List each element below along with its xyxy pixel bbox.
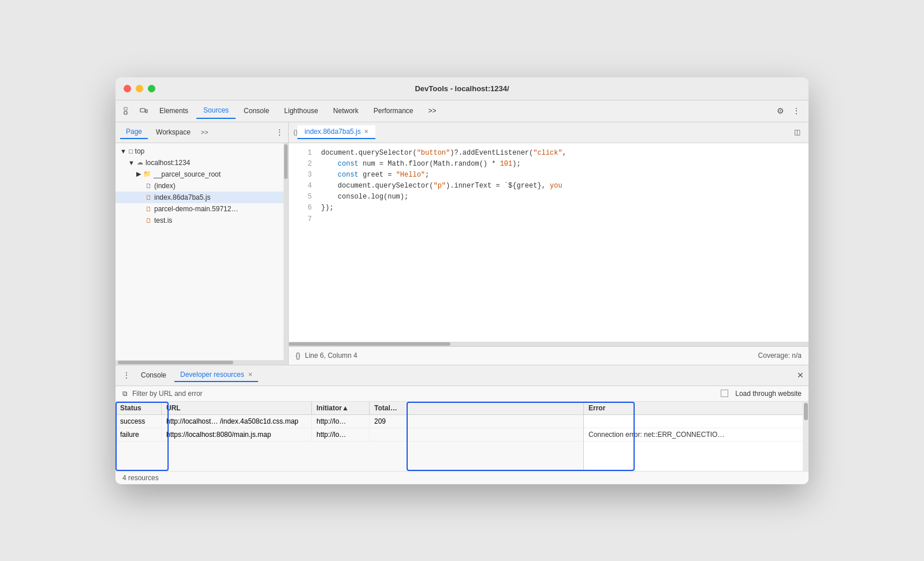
td-status-2: failure	[116, 428, 162, 441]
file-tree: ▼ □ top ▼ ☁ localhost:1234 ▶	[116, 143, 284, 360]
load-through-website-checkbox[interactable]	[721, 390, 728, 397]
th-status: Status	[116, 402, 162, 414]
code-line-1: 1 document.querySelector("button")?.addE…	[289, 148, 808, 159]
bottom-tab-bar: ⋮ Console Developer resources × ✕	[116, 365, 808, 386]
code-format-icon[interactable]: {}	[293, 129, 297, 136]
code-line-2: 2 const num = Math.floor(Math.random() *…	[289, 159, 808, 170]
left-panel-scrollbar[interactable]	[284, 143, 288, 360]
tree-item-parcel-main[interactable]: 🗋 parcel-demo-main.59712…	[116, 203, 284, 215]
tab-sources[interactable]: Sources	[196, 103, 236, 119]
tab-dev-resources-close[interactable]: ×	[248, 371, 252, 379]
code-line-4: 4 document.querySelector("p").innerText …	[289, 181, 808, 192]
left-panel-hscrollbar-thumb[interactable]	[118, 361, 233, 364]
close-button[interactable]	[124, 85, 131, 92]
table-row-1[interactable]: success http://localhost… /index.4a508c1…	[116, 415, 583, 428]
left-panel-scrollbar-thumb[interactable]	[284, 144, 288, 179]
td-initiator-2: http://lo…	[312, 428, 370, 441]
line-num-7: 7	[296, 214, 312, 225]
bottom-menu-icon[interactable]: ⋮	[120, 368, 133, 382]
resources-scrollbar[interactable]	[803, 402, 808, 471]
left-panel-hscrollbar[interactable]	[116, 360, 288, 365]
inspect-icon[interactable]	[120, 103, 135, 118]
error-panel: Error Connection error: net::ERR_CONNECT…	[583, 402, 803, 471]
resources-wrapper: Status URL Initiator▲ Total… success htt…	[116, 402, 808, 471]
bottom-footer: 4 resources	[116, 471, 808, 484]
code-area[interactable]: 1 document.querySelector("button")?.addE…	[289, 143, 808, 342]
tab-workspace[interactable]: Workspace	[150, 126, 196, 139]
line-num-5: 5	[296, 192, 312, 203]
tree-item-index[interactable]: 🗋 (index)	[116, 180, 284, 192]
devtools-window: DevTools - localhost:1234/ Elements Sour…	[116, 77, 808, 484]
left-panel-menu[interactable]: ⋮	[275, 128, 284, 137]
line-num-2: 2	[296, 159, 312, 170]
line-content-6: });	[321, 203, 802, 214]
more-options-icon[interactable]: ⋮	[789, 103, 804, 118]
tab-dev-resources[interactable]: Developer resources ×	[174, 368, 258, 382]
filter-bar: ⧉ Filter by URL and error Load through w…	[116, 386, 808, 402]
tab-performance[interactable]: Performance	[367, 103, 420, 118]
line-content-1: document.querySelector("button")?.addEve…	[321, 148, 802, 159]
th-url: URL	[162, 402, 312, 414]
line-content-4: document.querySelector("p").innerText = …	[321, 181, 802, 192]
tree-item-testis[interactable]: 🗋 test.is	[116, 215, 284, 226]
td-url-1: http://localhost… /index.4a508c1d.css.ma…	[162, 415, 312, 428]
svg-rect-3	[146, 110, 147, 113]
minimize-button[interactable]	[136, 85, 143, 92]
folder-top-icon: □	[129, 148, 133, 155]
table-row-2[interactable]: failure https://localhost:8080/main.js.m…	[116, 428, 583, 442]
td-initiator-1: http://lo…	[312, 415, 370, 428]
code-position: Line 6, Column 4	[305, 351, 357, 360]
tab-console-bottom[interactable]: Console	[135, 369, 172, 382]
resources-table: Status URL Initiator▲ Total… success htt…	[116, 402, 583, 471]
folder-icon: 📁	[143, 170, 151, 178]
file-icon-index: 🗋	[146, 182, 152, 189]
maximize-button[interactable]	[148, 85, 155, 92]
error-row-1	[584, 415, 803, 428]
code-panel-toggle[interactable]: ◫	[790, 125, 804, 139]
status-bar: {} Line 6, Column 4 Coverage: n/a	[289, 346, 808, 365]
td-total-2	[370, 428, 398, 441]
tree-item-localhost[interactable]: ▼ ☁ localhost:1234	[116, 157, 284, 169]
tree-item-index-js[interactable]: 🗋 index.86da7ba5.js	[116, 192, 284, 203]
error-row-2: Connection error: net::ERR_CONNECTIO…	[584, 428, 803, 442]
resources-scrollbar-thumb[interactable]	[804, 403, 808, 420]
svg-rect-2	[140, 109, 145, 112]
tab-elements[interactable]: Elements	[152, 103, 195, 118]
th-total: Total…	[370, 402, 398, 414]
file-icon-parcel: 🗋	[146, 205, 152, 212]
tab-lighthouse[interactable]: Lighthouse	[277, 103, 325, 118]
tab-network[interactable]: Network	[326, 103, 366, 118]
tab-console[interactable]: Console	[237, 103, 276, 118]
settings-icon[interactable]: ⚙	[773, 103, 788, 118]
filter-icon: ⧉	[122, 390, 128, 398]
resource-count: 4 resources	[122, 474, 159, 482]
left-panel-tabs: Page Workspace >> ⋮	[116, 122, 288, 143]
filter-placeholder: Filter by URL and error	[132, 390, 203, 398]
arrow-right-icon: ▶	[136, 170, 141, 178]
tab-more[interactable]: >>	[422, 103, 444, 118]
tab-page[interactable]: Page	[120, 125, 148, 139]
code-hscrollbar[interactable]	[289, 342, 808, 346]
td-total-1: 209	[370, 415, 398, 428]
svg-rect-0	[124, 107, 127, 110]
code-line-7: 7	[289, 214, 808, 225]
code-tab-active[interactable]: index.86da7ba5.js ×	[297, 125, 375, 139]
window-controls	[124, 85, 155, 92]
code-tab-close[interactable]: ×	[364, 128, 368, 136]
code-panel: {} index.86da7ba5.js × ◫ 1 document.quer…	[289, 122, 808, 365]
file-icon-test: 🗋	[146, 217, 152, 224]
td-url-2: https://localhost:8080/main.js.map	[162, 428, 312, 441]
main-content: Page Workspace >> ⋮ ▼ □ top	[116, 122, 808, 365]
top-tab-bar: Elements Sources Console Lighthouse Netw…	[116, 100, 808, 122]
tab-more-left[interactable]: >>	[199, 126, 211, 138]
tree-item-top[interactable]: ▼ □ top	[116, 145, 284, 157]
code-hscrollbar-thumb[interactable]	[289, 342, 450, 346]
device-toggle-icon[interactable]	[136, 103, 151, 118]
load-through-website-label: Load through website	[735, 390, 802, 398]
th-initiator: Initiator▲	[312, 402, 370, 414]
close-bottom-panel[interactable]: ✕	[797, 371, 804, 380]
tree-item-parcel-root[interactable]: ▶ 📁 __parcel_source_root	[116, 169, 284, 180]
table-header: Status URL Initiator▲ Total…	[116, 402, 583, 415]
code-line-6: 6 });	[289, 203, 808, 214]
line-content-3: const greet = "Hello";	[321, 170, 802, 181]
